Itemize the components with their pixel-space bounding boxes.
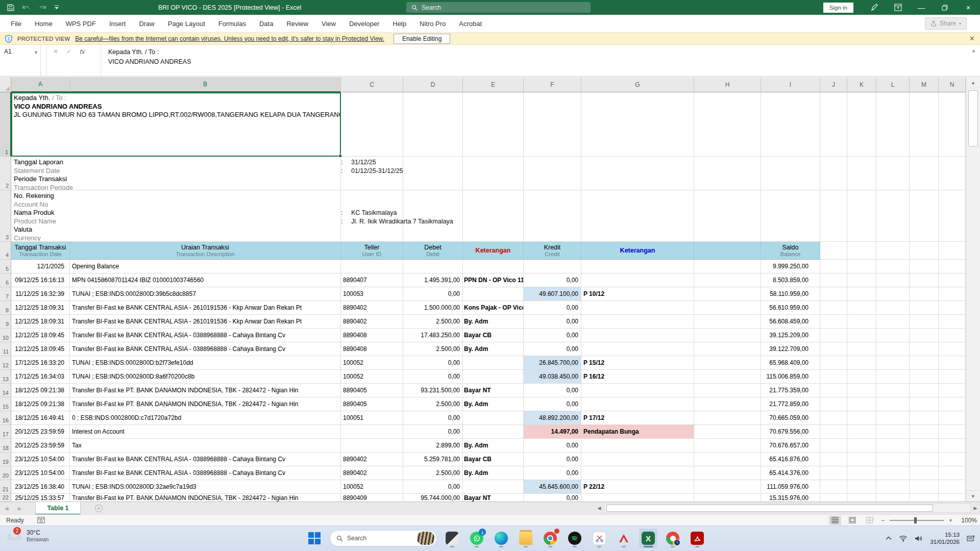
cell-credit-note[interactable] [581, 384, 694, 397]
cell-transaction-description[interactable]: TUNAI ; ESB:INDS:0002800D:8a6f70200c8b [70, 370, 341, 384]
empty-cell[interactable] [694, 157, 761, 190]
cell-teller-id[interactable]: 100051 [341, 411, 403, 425]
cell-blank[interactable] [694, 342, 761, 356]
empty-cell[interactable] [847, 370, 876, 384]
cell-blank[interactable] [694, 315, 761, 329]
cell-blank[interactable] [694, 370, 761, 384]
empty-cell[interactable] [820, 356, 847, 370]
column-header-M[interactable]: M [910, 77, 939, 92]
empty-cell[interactable] [910, 287, 939, 301]
cell-debit-amount[interactable]: 0,00 [403, 480, 463, 494]
cell-info-values[interactable]: :31/12/25:01/12/25-31/12/25 [341, 158, 403, 175]
menu-tab-view[interactable]: View [315, 15, 342, 33]
cell-transaction-description[interactable]: TUNAI ; ESB:INDS:0002800D:39b5c8dc8857 [70, 287, 341, 301]
cell-teller-id[interactable]: 8890402 [341, 466, 403, 480]
empty-cell[interactable] [463, 157, 524, 190]
empty-cell[interactable] [910, 466, 939, 480]
close-button[interactable]: × [957, 0, 980, 15]
cell-debit-amount[interactable]: 2.500,00 [403, 342, 463, 356]
scroll-left-icon[interactable]: ◀ [595, 506, 604, 511]
menu-tab-formulas[interactable]: Formulas [212, 15, 253, 33]
sign-in-button[interactable]: Sign in [823, 3, 853, 13]
empty-cell[interactable] [820, 157, 847, 190]
empty-cell[interactable] [847, 494, 876, 502]
zoom-in-icon[interactable]: + [949, 517, 952, 524]
prev-sheet-icon[interactable]: ◀ [0, 506, 13, 511]
row-header-13[interactable]: 13 [0, 370, 11, 384]
zoom-slider[interactable] [890, 520, 944, 521]
cell-blank[interactable] [694, 411, 761, 425]
app-icon-a[interactable] [615, 529, 633, 548]
cell-credit-amount[interactable]: 0,00 [524, 453, 581, 466]
cell-balance[interactable]: 39.122.709,00 [761, 342, 820, 356]
cell-teller-id[interactable]: 100052 [341, 370, 403, 384]
row-header-2[interactable]: 2 [0, 157, 11, 190]
cell-transaction-date[interactable]: 17/12/25 16:34:03 [11, 370, 70, 384]
cell-teller-id[interactable]: 8890409 [341, 494, 403, 502]
column-header-E[interactable]: E [463, 77, 524, 92]
empty-cell[interactable] [847, 315, 876, 329]
empty-cell[interactable] [847, 157, 876, 190]
empty-cell[interactable] [694, 190, 761, 242]
table-header-keterangan[interactable]: Keterangan [581, 242, 694, 260]
column-header-A[interactable]: A [11, 77, 70, 92]
empty-cell[interactable] [910, 190, 939, 242]
cell-debit-amount[interactable]: 95.744.000,00 [403, 494, 463, 502]
empty-cell[interactable] [820, 242, 847, 260]
cell-transaction-date[interactable]: 12/12/25 18:09:45 [11, 342, 70, 356]
restore-button[interactable] [933, 0, 957, 15]
row-header-14[interactable]: 14 [0, 384, 11, 397]
cell-credit-note[interactable] [581, 273, 694, 287]
empty-cell[interactable] [820, 397, 847, 411]
empty-cell[interactable] [910, 273, 939, 287]
empty-cell[interactable] [910, 342, 939, 356]
empty-cell[interactable] [847, 356, 876, 370]
cell-credit-note[interactable]: Pendapatan Bunga [581, 425, 694, 439]
empty-cell[interactable] [910, 384, 939, 397]
empty-cell[interactable] [939, 384, 966, 397]
cell-transaction-description[interactable]: Transfer BI-Fast ke PT. BANK DANAMON IND… [70, 494, 341, 502]
cell-credit-note[interactable] [581, 342, 694, 356]
empty-cell[interactable] [820, 315, 847, 329]
cell-credit-note[interactable]: P 22/12 [581, 480, 694, 494]
file-explorer-app-icon[interactable] [517, 529, 535, 548]
cell-balance[interactable]: 65.414.376,00 [761, 466, 820, 480]
cell-debit-note[interactable]: Bayar NT [463, 384, 524, 397]
menu-tab-acrobat[interactable]: Acrobat [452, 15, 488, 33]
minimize-button[interactable]: — [910, 0, 933, 15]
cell-balance[interactable]: 65.416.876,00 [761, 453, 820, 466]
taskbar-search-box[interactable]: Search [330, 530, 437, 546]
cell-credit-note[interactable]: P 15/12 [581, 356, 694, 370]
cell-transaction-date[interactable]: 23/12/25 10:54:00 [11, 466, 70, 480]
empty-cell[interactable] [524, 92, 581, 157]
cell-transaction-description[interactable]: Transfer BI-Fast ke BANK CENTRAL ASIA - … [70, 466, 341, 480]
row-header-19[interactable]: 19 [0, 453, 11, 466]
weather-widget[interactable]: 2 30°C Berawan [7, 529, 48, 542]
cell-blank[interactable] [694, 273, 761, 287]
cell-debit-note[interactable]: Bayar CB [463, 329, 524, 342]
row-header-11[interactable]: 11 [0, 342, 11, 356]
empty-cell[interactable] [463, 190, 524, 242]
cell-debit-note[interactable]: Kons Pajak - OP Vico 11 [463, 301, 524, 315]
cell-debit-amount[interactable]: 17.483.250,00 [403, 329, 463, 342]
cell-credit-note[interactable] [581, 466, 694, 480]
cell-blank[interactable] [694, 397, 761, 411]
edge-app-icon[interactable] [492, 529, 510, 548]
share-button[interactable]: Share ▾ [925, 17, 967, 30]
menu-tab-help[interactable]: Help [386, 15, 413, 33]
empty-cell[interactable] [581, 92, 694, 157]
cell-credit-note[interactable]: P 10/12 [581, 287, 694, 301]
cell-transaction-description[interactable]: TUNAI ; ESB:INDS:0002800D:b2f73efe10dd [70, 356, 341, 370]
cell-debit-amount[interactable]: 0,00 [403, 425, 463, 439]
empty-cell[interactable] [876, 397, 910, 411]
empty-cell[interactable] [876, 273, 910, 287]
cell-balance[interactable]: 65.968.409,00 [761, 356, 820, 370]
empty-cell[interactable] [876, 287, 910, 301]
column-header-I[interactable]: I [761, 77, 820, 92]
cell-debit-note[interactable] [463, 480, 524, 494]
empty-cell[interactable] [524, 157, 581, 190]
menu-tab-home[interactable]: Home [28, 15, 59, 33]
empty-cell[interactable] [910, 494, 939, 502]
empty-cell[interactable] [910, 301, 939, 315]
ink-pen-icon[interactable] [863, 0, 886, 15]
